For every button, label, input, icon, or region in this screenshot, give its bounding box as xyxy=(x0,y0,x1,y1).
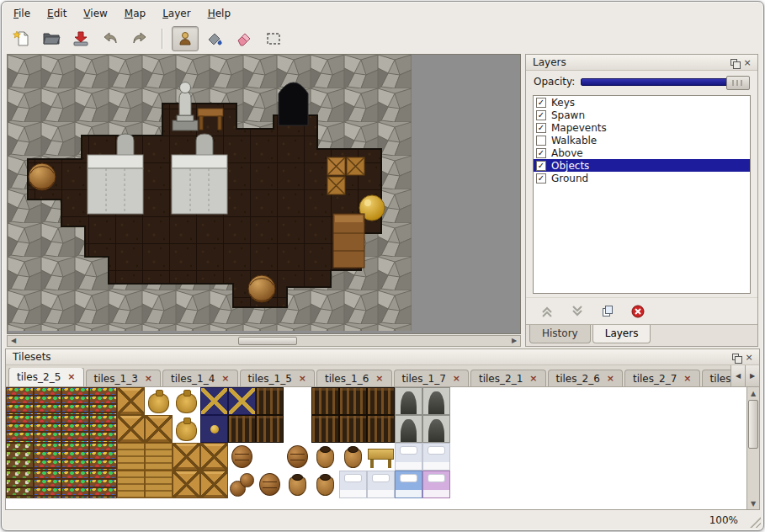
tileset-tab-tiles_2_6[interactable]: tiles_2_6× xyxy=(548,370,624,386)
tile-shelf-bottles[interactable] xyxy=(34,471,61,498)
tile-sack[interactable] xyxy=(173,387,200,415)
tile-barrel[interactable] xyxy=(256,471,284,498)
tile-empty[interactable] xyxy=(256,443,284,471)
tileset-tab-tiles_2_7[interactable]: tiles_2_7× xyxy=(624,370,700,386)
tile-pot[interactable] xyxy=(284,471,311,498)
layer-row-mapevents[interactable]: ✓Mapevents xyxy=(534,121,750,134)
layer-visibility-checkbox[interactable]: ✓ xyxy=(536,110,546,120)
undo-button[interactable] xyxy=(97,26,124,51)
tile-empty[interactable] xyxy=(284,387,311,415)
close-tab-icon[interactable]: × xyxy=(375,375,383,383)
scroll-up-icon[interactable]: ▲ xyxy=(747,387,759,399)
tile-shelf-bottles[interactable] xyxy=(89,443,117,471)
layer-visibility-checkbox[interactable]: ✓ xyxy=(536,98,546,108)
tile-dark-shelf[interactable] xyxy=(256,387,284,415)
tile-dark-shelf[interactable] xyxy=(256,415,284,443)
layer-visibility-checkbox[interactable]: ✓ xyxy=(536,148,546,158)
save-file-button[interactable] xyxy=(67,26,94,51)
delete-layer-button[interactable] xyxy=(629,302,647,321)
tile-navy-crate[interactable] xyxy=(228,387,256,415)
tile-crate[interactable] xyxy=(173,471,200,498)
tile-shelf-bottles[interactable] xyxy=(89,415,117,443)
tile-navy-gold[interactable] xyxy=(200,415,228,443)
tile-shelf-green[interactable] xyxy=(6,443,34,471)
close-dock-button[interactable]: × xyxy=(742,351,756,364)
tile-crate[interactable] xyxy=(117,387,145,415)
stamp-tool-button[interactable] xyxy=(172,26,199,51)
tile-shelf-bottles[interactable] xyxy=(61,415,89,443)
tile-shelf-bottles[interactable] xyxy=(61,443,89,471)
menu-layer[interactable]: Layer xyxy=(161,6,192,21)
tile-dark-shelf[interactable] xyxy=(339,387,367,415)
tile-shelf-bottles[interactable] xyxy=(34,387,61,415)
tab-layers[interactable]: Layers xyxy=(592,325,651,343)
scroll-right-icon[interactable]: ▶ xyxy=(508,336,520,346)
tile-shelf-bottles[interactable] xyxy=(6,415,34,443)
close-tab-icon[interactable]: × xyxy=(529,375,537,383)
menu-view[interactable]: View xyxy=(82,6,109,21)
layer-row-above[interactable]: ✓Above xyxy=(534,146,750,159)
tile-crate[interactable] xyxy=(145,415,173,443)
tile-barrel[interactable] xyxy=(284,443,311,471)
close-tab-icon[interactable]: × xyxy=(299,375,306,383)
layer-row-keys[interactable]: ✓Keys xyxy=(534,96,750,109)
tile-bed-purple[interactable] xyxy=(422,471,450,498)
tile-pot[interactable] xyxy=(339,443,367,471)
layer-visibility-checkbox[interactable] xyxy=(536,136,546,146)
resize-grip[interactable] xyxy=(750,517,761,528)
tile-bed-white[interactable] xyxy=(395,443,422,471)
tileset-vertical-scrollbar[interactable]: ▲ ▼ xyxy=(746,387,759,509)
tile-dark-shelf[interactable] xyxy=(311,415,339,443)
tile-shelf-bottles[interactable] xyxy=(61,471,89,498)
tile-dark-shelf[interactable] xyxy=(367,415,395,443)
layers-list[interactable]: ✓Keys✓Spawn✓MapeventsWalkable✓Above✓Obje… xyxy=(533,95,751,294)
close-tab-icon[interactable]: × xyxy=(453,375,460,383)
tile-planks[interactable] xyxy=(117,443,145,471)
tile-planks[interactable] xyxy=(117,471,145,498)
layer-row-spawn[interactable]: ✓Spawn xyxy=(534,109,750,121)
tile-dark-shelf[interactable] xyxy=(311,387,339,415)
tile-shelf-bottles[interactable] xyxy=(61,387,89,415)
tile-planks[interactable] xyxy=(145,443,173,471)
tile-sack[interactable] xyxy=(145,387,173,415)
raise-layer-button[interactable] xyxy=(538,302,556,321)
tile-pot[interactable] xyxy=(311,471,339,498)
layer-row-walkable[interactable]: Walkable xyxy=(534,134,750,146)
menu-map[interactable]: Map xyxy=(123,6,147,21)
tileset-vscroll-thumb[interactable] xyxy=(748,400,758,449)
tile-crate[interactable] xyxy=(117,415,145,443)
opacity-slider[interactable] xyxy=(581,78,750,86)
menu-file[interactable]: File xyxy=(12,6,32,21)
tile-barrels[interactable] xyxy=(228,471,256,498)
tile-bed-white[interactable] xyxy=(367,471,395,498)
scroll-tabs-right-button[interactable]: ▶ xyxy=(745,365,759,386)
tile-barrel[interactable] xyxy=(228,443,256,471)
close-dock-button[interactable]: × xyxy=(741,56,754,69)
tile-bed-blue[interactable] xyxy=(395,471,422,498)
redo-button[interactable] xyxy=(126,26,153,51)
scroll-down-icon[interactable]: ▼ xyxy=(747,497,759,509)
tileset-tab-tiles_1_7[interactable]: tiles_1_7× xyxy=(394,370,470,386)
tile-shelf-bottles[interactable] xyxy=(89,471,117,498)
tab-history[interactable]: History xyxy=(529,325,591,343)
layer-row-objects[interactable]: ✓Objects xyxy=(534,159,750,172)
eraser-tool-button[interactable] xyxy=(231,26,258,51)
tile-planks[interactable] xyxy=(145,471,173,498)
tile-shelf-green[interactable] xyxy=(6,471,34,498)
lower-layer-button[interactable] xyxy=(568,302,587,321)
tileset-tab-tiles_1_3[interactable]: tiles_1_3× xyxy=(86,370,162,386)
menu-edit[interactable]: Edit xyxy=(45,6,68,21)
tile-gate[interactable] xyxy=(395,415,422,443)
close-tab-icon[interactable]: × xyxy=(683,375,691,383)
map-horizontal-scrollbar[interactable]: ◀ ▶ xyxy=(7,335,521,347)
tile-shelf-bottles[interactable] xyxy=(34,443,61,471)
scroll-left-icon[interactable]: ◀ xyxy=(8,336,19,346)
tileset-tab-tiles_1_5[interactable]: tiles_1_5× xyxy=(240,370,316,386)
tile-gate[interactable] xyxy=(422,415,450,443)
menu-help[interactable]: Help xyxy=(206,6,232,21)
close-tab-icon[interactable]: × xyxy=(145,375,152,383)
tile-dark-shelf[interactable] xyxy=(228,415,256,443)
tile-bed-white[interactable] xyxy=(422,443,450,471)
close-tab-icon[interactable]: × xyxy=(221,375,229,383)
tileset-tab-tiles_2_1[interactable]: tiles_2_1× xyxy=(470,370,546,386)
